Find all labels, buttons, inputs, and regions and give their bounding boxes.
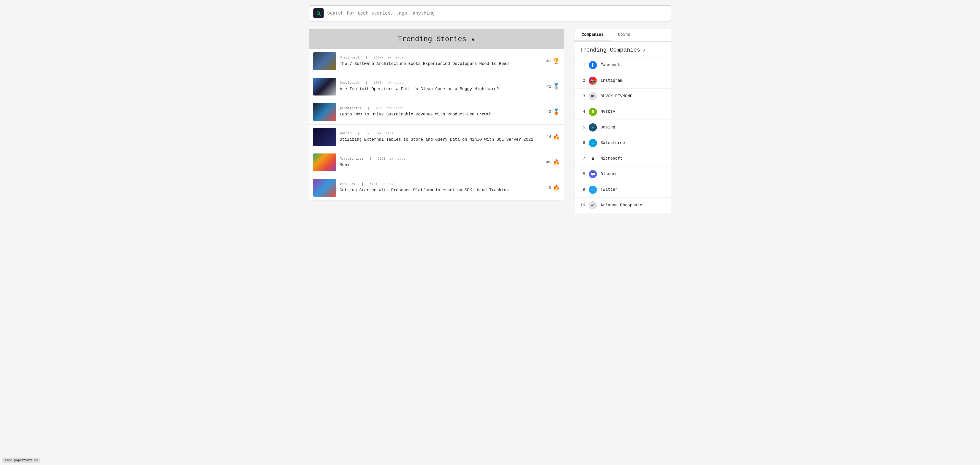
story-content: @lomitpatel | 7650 new reads Learn How T… bbox=[340, 106, 541, 117]
story-meta: @shiaart | 5741 new reads bbox=[340, 182, 541, 186]
story-reads: 7650 new reads bbox=[375, 106, 403, 110]
story-reads: 13374 new reads bbox=[374, 81, 404, 85]
story-thumbnail bbox=[313, 53, 336, 70]
company-name: Boeing bbox=[600, 125, 615, 130]
story-item[interactable]: @cryptohayes | 6223 new reads Moai #5 🔥 bbox=[309, 150, 564, 175]
story-title: Learn How To Drive Sustainable Revenue W… bbox=[340, 111, 541, 117]
story-rank: #6 🔥 bbox=[544, 185, 560, 191]
story-content: @cryptohayes | 6223 new reads Moai bbox=[340, 157, 541, 168]
story-rank: #4 🔥 bbox=[544, 134, 560, 141]
search-bar bbox=[309, 5, 671, 21]
company-name: Arianne Phosphate bbox=[600, 203, 642, 208]
stories-header-title: Trending Stories ★ bbox=[398, 35, 475, 43]
stories-list: @javinpaul | 26870 new reads The 7 Softw… bbox=[309, 49, 564, 200]
story-content: @minio | 6786 new reads Utilizing Extern… bbox=[340, 132, 541, 142]
rank-icon: 🔥 bbox=[553, 159, 560, 166]
story-item[interactable]: @devleader | 13374 new reads Are Implici… bbox=[309, 74, 564, 99]
story-meta: @cryptohayes | 6223 new reads bbox=[340, 157, 541, 161]
story-thumbnail bbox=[313, 103, 336, 121]
story-item[interactable]: @shiaart | 5741 new reads Getting Starte… bbox=[309, 175, 564, 200]
company-row[interactable]: 1 f Facebook bbox=[574, 57, 671, 73]
story-content: @devleader | 13374 new reads Are Implici… bbox=[340, 81, 541, 92]
rank-icon: 🔥 bbox=[553, 134, 560, 141]
company-row[interactable]: 5 ✈ Boeing bbox=[574, 120, 671, 135]
company-name: Instagram bbox=[600, 78, 622, 83]
company-rank: 10 bbox=[579, 203, 585, 208]
story-reads: 5741 new reads bbox=[369, 182, 397, 186]
company-logo: ✈ bbox=[589, 123, 597, 132]
companies-header-title: Trending Companies bbox=[579, 47, 640, 53]
story-thumbnail bbox=[313, 153, 336, 171]
rank-number: #5 bbox=[546, 160, 551, 165]
company-row[interactable]: 9 🐦 Twitter bbox=[574, 182, 671, 197]
company-logo: f bbox=[589, 61, 597, 69]
story-thumbnail bbox=[313, 179, 336, 197]
company-name: BLVCK DIVMOND bbox=[600, 94, 632, 99]
company-logo: 💬 bbox=[589, 170, 597, 178]
rank-icon: 🥈 bbox=[553, 83, 560, 90]
company-name: Facebook bbox=[600, 63, 620, 67]
story-content: @shiaart | 5741 new reads Getting Starte… bbox=[340, 182, 541, 193]
search-icon bbox=[316, 11, 321, 16]
rank-number: #4 bbox=[546, 135, 551, 139]
company-rank: 7 bbox=[579, 156, 585, 161]
rank-number: #1 bbox=[546, 59, 551, 64]
company-name: Microsoft bbox=[600, 156, 622, 161]
company-row[interactable]: 7 ⊞ Microsoft bbox=[574, 151, 671, 167]
watermark: ssec.paperform.co bbox=[2, 458, 40, 463]
company-rank: 3 bbox=[579, 94, 585, 99]
company-rank: 6 bbox=[579, 141, 585, 145]
company-logo: AP bbox=[589, 201, 597, 209]
search-icon-box bbox=[313, 8, 324, 18]
tab-companies[interactable]: Companies bbox=[574, 29, 611, 41]
story-thumbnail bbox=[313, 78, 336, 96]
story-author: @cryptohayes bbox=[340, 157, 364, 161]
rank-number: #6 bbox=[546, 185, 551, 190]
story-title: Are Implicit Operators a Path to Clean C… bbox=[340, 86, 541, 92]
stories-header: Trending Stories ★ bbox=[309, 29, 564, 49]
story-item[interactable]: @minio | 6786 new reads Utilizing Extern… bbox=[309, 124, 564, 150]
trending-companies-section: Companies Coins Trending Companies ↗ 1 f… bbox=[574, 29, 671, 213]
companies-header: Trending Companies ↗ bbox=[574, 41, 671, 57]
story-author: @shiaart bbox=[340, 182, 355, 186]
story-meta: @devleader | 13374 new reads bbox=[340, 81, 541, 85]
trending-arrow-icon: ↗ bbox=[642, 47, 646, 54]
company-name: NVIDIA bbox=[600, 110, 615, 114]
rank-icon: 🔥 bbox=[553, 185, 560, 191]
story-reads: 26870 new reads bbox=[374, 56, 404, 59]
company-logo: 🐦 bbox=[589, 186, 597, 194]
main-content: Trending Stories ★ @javinpaul | 26870 ne… bbox=[309, 29, 671, 213]
company-rank: 1 bbox=[579, 63, 585, 67]
rank-icon: 🏆 bbox=[553, 58, 560, 65]
rank-icon: 🥉 bbox=[553, 108, 560, 115]
company-row[interactable]: 4 N NVIDIA bbox=[574, 104, 671, 120]
search-input[interactable] bbox=[327, 11, 667, 16]
story-meta: @minio | 6786 new reads bbox=[340, 132, 541, 135]
company-rank: 9 bbox=[579, 188, 585, 192]
story-title: Getting Started With Presence Platform I… bbox=[340, 188, 541, 193]
story-item[interactable]: @lomitpatel | 7650 new reads Learn How T… bbox=[309, 99, 564, 124]
company-rank: 5 bbox=[579, 125, 585, 130]
story-item[interactable]: @javinpaul | 26870 new reads The 7 Softw… bbox=[309, 49, 564, 74]
company-row[interactable]: 10 AP Arianne Phosphate bbox=[574, 197, 671, 213]
company-row[interactable]: 6 ☁ Salesforce bbox=[574, 135, 671, 151]
story-meta: @javinpaul | 26870 new reads bbox=[340, 56, 541, 59]
company-logo: N bbox=[589, 108, 597, 116]
company-rank: 8 bbox=[579, 172, 585, 177]
company-row[interactable]: 8 💬 Discord bbox=[574, 167, 671, 182]
story-title: Utilizing External Tables to Store and Q… bbox=[340, 137, 541, 142]
company-name: Salesforce bbox=[600, 141, 625, 145]
company-rank: 2 bbox=[579, 78, 585, 83]
company-row[interactable]: 2 📷 Instagram bbox=[574, 73, 671, 89]
story-meta: @lomitpatel | 7650 new reads bbox=[340, 106, 541, 110]
story-author: @lomitpatel bbox=[340, 106, 362, 110]
company-logo: ⊞ bbox=[589, 154, 597, 162]
story-rank: #1 🏆 bbox=[544, 58, 560, 65]
company-name: Discord bbox=[600, 172, 617, 177]
trending-stories-section: Trending Stories ★ @javinpaul | 26870 ne… bbox=[309, 29, 564, 201]
page-wrapper: Trending Stories ★ @javinpaul | 26870 ne… bbox=[299, 0, 681, 218]
tab-coins[interactable]: Coins bbox=[611, 29, 637, 41]
company-logo: 📷 bbox=[589, 76, 597, 85]
story-reads: 6223 new reads bbox=[377, 157, 405, 161]
company-row[interactable]: 3 BD BLVCK DIVMOND bbox=[574, 89, 671, 104]
